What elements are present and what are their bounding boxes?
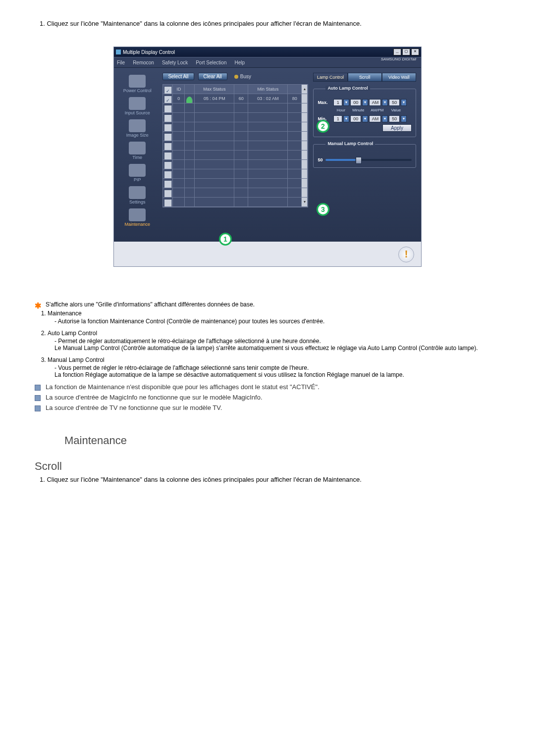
- table-row: [163, 188, 308, 198]
- sidebar: Power Control Input Source Image Size Ti…: [114, 68, 160, 241]
- close-button[interactable]: ✕: [411, 49, 419, 55]
- auto-lamp-title: Auto Lamp Control: [325, 86, 370, 91]
- numbered-list: Maintenance - Autorise la fonction Maint…: [35, 310, 500, 378]
- manual-lamp-group: Manual Lamp Control 50: [313, 144, 416, 168]
- row-min-time: 03 : 02 AM: [248, 94, 288, 103]
- menu-port-selection[interactable]: Port Selection: [196, 60, 226, 65]
- menu-bar: File Remocon Safety Lock Port Selection …: [114, 57, 421, 68]
- min-hour-input[interactable]: 1: [333, 115, 342, 122]
- row-id: 0: [173, 94, 185, 103]
- min-minute-input[interactable]: 00: [350, 115, 361, 122]
- apply-button[interactable]: Apply: [382, 124, 412, 132]
- tab-lamp-control[interactable]: Lamp Control: [313, 73, 347, 82]
- dropdown-icon[interactable]: ▾: [362, 115, 368, 122]
- nav-pip[interactable]: PIP: [114, 164, 160, 182]
- list-item: Auto Lamp Control - Permet de régler aut…: [48, 330, 500, 352]
- imagesize-icon: [129, 119, 146, 132]
- scroll-up-icon[interactable]: ▴: [302, 85, 308, 94]
- nav-input-source[interactable]: Input Source: [114, 97, 160, 115]
- menu-remocon[interactable]: Remocon: [133, 60, 154, 65]
- star-icon: ✱: [35, 301, 41, 310]
- maximize-button[interactable]: ▢: [402, 49, 410, 55]
- check-all[interactable]: [164, 86, 172, 94]
- status-bar: !: [114, 241, 421, 266]
- nav-settings[interactable]: Settings: [114, 186, 160, 204]
- intro-top: 1. Cliquez sur l'icône "Maintenance" dan…: [40, 20, 500, 27]
- app-icon: [116, 50, 121, 54]
- nav-image-size[interactable]: Image Size: [114, 119, 160, 138]
- tab-video-wall[interactable]: Video Wall: [382, 73, 416, 82]
- square-icon: [35, 385, 41, 391]
- nav-time[interactable]: Time: [114, 142, 160, 160]
- col-labels: . Hour Minute AM/PM Value: [318, 108, 412, 112]
- row-max-time: 05 : 04 PM: [195, 94, 234, 103]
- busy-dot-icon: [234, 75, 238, 79]
- content-middle: Select All Clear All Busy ID Max Status …: [160, 68, 310, 241]
- callout-3: 3: [317, 203, 329, 216]
- menu-file[interactable]: File: [117, 60, 125, 65]
- manual-lamp-title: Manual Lamp Control: [325, 141, 375, 146]
- dropdown-icon[interactable]: ▾: [401, 99, 407, 106]
- brightness-slider[interactable]: [325, 159, 412, 161]
- max-value-input[interactable]: 50: [389, 99, 400, 106]
- row-check[interactable]: [164, 96, 172, 103]
- table-row: [163, 141, 308, 151]
- dropdown-icon[interactable]: ▾: [362, 99, 368, 106]
- table-header: ID Max Status Min Status ▴: [163, 85, 308, 94]
- table-row: ▾: [163, 198, 308, 207]
- scroll-down-icon[interactable]: ▾: [302, 198, 308, 207]
- list-item: Maintenance - Autorise la fonction Maint…: [48, 310, 500, 325]
- hdr-status: [185, 85, 195, 94]
- min-value-input[interactable]: 50: [389, 115, 400, 122]
- right-tabs: Lamp Control Scroll Video Wall: [313, 73, 416, 82]
- table-row: [163, 169, 308, 179]
- clear-all-button[interactable]: Clear All: [198, 73, 227, 80]
- square-note: La fonction de Maintenance n'est disponi…: [35, 383, 500, 391]
- intro-bottom: 1. Cliquez sur l'icône "Maintenance" dan…: [40, 476, 500, 483]
- hdr-min: Min Status: [248, 85, 288, 94]
- section-heading: Maintenance: [64, 434, 500, 447]
- dropdown-icon[interactable]: ▾: [343, 115, 349, 122]
- callout-2: 2: [317, 120, 329, 133]
- table-row: [163, 122, 308, 132]
- select-all-button[interactable]: Select All: [162, 73, 194, 80]
- table-row: [163, 132, 308, 141]
- nav-maintenance[interactable]: Maintenance: [114, 208, 160, 227]
- max-row: Max. 1 ▾ 00 ▾ AM ▾ 50 ▾: [318, 99, 412, 106]
- hdr-check: [163, 85, 173, 94]
- busy-indicator: Busy: [234, 74, 251, 79]
- star-note: ✱ S'affiche alors une "Grille d'informat…: [35, 301, 500, 308]
- power-icon: [129, 75, 146, 88]
- dropdown-icon[interactable]: ▾: [343, 99, 349, 106]
- square-note: La source d'entrée de TV ne fonctionne q…: [35, 404, 500, 411]
- right-panel: Lamp Control Scroll Video Wall Auto Lamp…: [310, 68, 421, 241]
- row-max-val: 60: [234, 94, 248, 103]
- max-ampm-input[interactable]: AM: [369, 99, 381, 106]
- scroll-track[interactable]: [302, 94, 308, 103]
- table-row[interactable]: 0 05 : 04 PM 60 03 : 02 AM 80: [163, 94, 308, 103]
- hdr-max: Max Status: [195, 85, 234, 94]
- input-icon: [129, 97, 146, 110]
- settings-icon: [129, 186, 146, 199]
- table-row: [163, 113, 308, 122]
- tab-scroll[interactable]: Scroll: [348, 73, 382, 82]
- window-controls: _ ▢ ✕: [393, 49, 419, 55]
- max-hour-input[interactable]: 1: [333, 99, 342, 106]
- dropdown-icon[interactable]: ▾: [401, 115, 407, 122]
- dropdown-icon[interactable]: ▾: [382, 115, 388, 122]
- table-row: [163, 103, 308, 113]
- sub-heading: Scroll: [35, 460, 500, 473]
- app-title: Multiple Display Control: [123, 50, 175, 55]
- display-table: ID Max Status Min Status ▴ 0 05 : 04 PM …: [162, 84, 308, 207]
- time-icon: [129, 142, 146, 154]
- menu-safety-lock[interactable]: Safety Lock: [162, 60, 188, 65]
- dropdown-icon[interactable]: ▾: [382, 99, 388, 106]
- slider-thumb-icon[interactable]: [356, 157, 362, 164]
- min-ampm-input[interactable]: AM: [369, 115, 381, 122]
- hdr-id: ID: [173, 85, 185, 94]
- square-note: La source d'entrée de MagicInfo ne fonct…: [35, 394, 500, 401]
- max-minute-input[interactable]: 00: [350, 99, 361, 106]
- menu-help[interactable]: Help: [234, 60, 245, 65]
- nav-power-control[interactable]: Power Control: [114, 75, 160, 93]
- minimize-button[interactable]: _: [393, 49, 401, 55]
